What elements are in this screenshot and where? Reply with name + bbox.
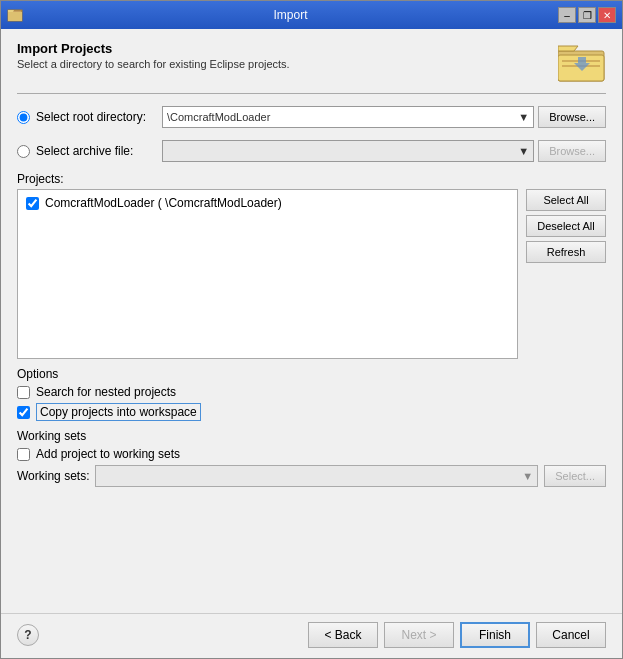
page-title: Import Projects <box>17 41 290 56</box>
combo-arrow-archive: ▼ <box>518 145 529 157</box>
list-item: ComcraftModLoader ( \ComcraftModLoader) <box>22 194 513 212</box>
add-working-set-row: Add project to working sets <box>17 447 606 461</box>
combo-arrow-root: ▼ <box>518 111 529 123</box>
projects-buttons: Select All Deselect All Refresh <box>526 189 606 359</box>
select-all-button[interactable]: Select All <box>526 189 606 211</box>
header-text: Import Projects Select a directory to se… <box>17 41 290 70</box>
working-sets-field-label: Working sets: <box>17 469 89 483</box>
refresh-button[interactable]: Refresh <box>526 241 606 263</box>
svg-marker-4 <box>558 46 578 51</box>
close-button[interactable]: ✕ <box>598 7 616 23</box>
footer: ? < Back Next > Finish Cancel <box>1 613 622 658</box>
deselect-all-button[interactable]: Deselect All <box>526 215 606 237</box>
spacer <box>17 495 606 605</box>
add-working-set-checkbox[interactable] <box>17 448 30 461</box>
main-content: Import Projects Select a directory to se… <box>1 29 622 613</box>
footer-buttons: < Back Next > Finish Cancel <box>308 622 606 648</box>
archive-file-browse-button[interactable]: Browse... <box>538 140 606 162</box>
back-button[interactable]: < Back <box>308 622 378 648</box>
window-title: Import <box>23 8 558 22</box>
project-name: ComcraftModLoader ( \ComcraftModLoader) <box>45 196 282 210</box>
page-subtitle: Select a directory to search for existin… <box>17 58 290 70</box>
root-directory-combo[interactable]: \ComcraftModLoader ▼ <box>162 106 534 128</box>
finish-button[interactable]: Finish <box>460 622 530 648</box>
working-sets-row: Working sets: ▼ Select... <box>17 465 606 487</box>
titlebar-controls: – ❐ ✕ <box>558 7 616 23</box>
root-directory-combo-wrapper: \ComcraftModLoader ▼ Browse... <box>162 106 606 128</box>
restore-button[interactable]: ❐ <box>578 7 596 23</box>
projects-label: Projects: <box>17 172 606 186</box>
svg-rect-1 <box>8 12 22 21</box>
next-button[interactable]: Next > <box>384 622 454 648</box>
archive-file-radio[interactable] <box>17 145 30 158</box>
working-sets-select-button[interactable]: Select... <box>544 465 606 487</box>
working-sets-arrow: ▼ <box>522 470 533 482</box>
archive-file-row: Select archive file: ▼ Browse... <box>17 140 606 162</box>
add-working-set-label: Add project to working sets <box>36 447 180 461</box>
projects-list[interactable]: ComcraftModLoader ( \ComcraftModLoader) <box>17 189 518 359</box>
search-nested-label: Search for nested projects <box>36 385 176 399</box>
copy-projects-checkbox[interactable] <box>17 406 30 419</box>
working-sets-title: Working sets <box>17 429 606 443</box>
root-directory-radio[interactable] <box>17 111 30 124</box>
options-section: Options Search for nested projects Copy … <box>17 367 606 421</box>
folder-icon <box>558 41 606 83</box>
search-nested-row: Search for nested projects <box>17 385 606 399</box>
search-nested-checkbox[interactable] <box>17 386 30 399</box>
titlebar: Import – ❐ ✕ <box>1 1 622 29</box>
help-button[interactable]: ? <box>17 624 39 646</box>
projects-section: Projects: ComcraftModLoader ( \ComcraftM… <box>17 172 606 359</box>
working-sets-combo[interactable]: ▼ <box>95 465 538 487</box>
working-sets-section: Working sets Add project to working sets… <box>17 429 606 487</box>
cancel-button[interactable]: Cancel <box>536 622 606 648</box>
archive-file-combo[interactable]: ▼ <box>162 140 534 162</box>
minimize-button[interactable]: – <box>558 7 576 23</box>
root-directory-browse-button[interactable]: Browse... <box>538 106 606 128</box>
header-divider <box>17 93 606 94</box>
copy-projects-label: Copy projects into workspace <box>36 403 201 421</box>
import-dialog: Import – ❐ ✕ Import Projects Select a di… <box>0 0 623 659</box>
options-title: Options <box>17 367 606 381</box>
archive-file-label: Select archive file: <box>36 144 156 158</box>
projects-area: ComcraftModLoader ( \ComcraftModLoader) … <box>17 189 606 359</box>
svg-marker-2 <box>8 10 14 12</box>
titlebar-icon <box>7 7 23 23</box>
project-checkbox[interactable] <box>26 197 39 210</box>
copy-projects-row: Copy projects into workspace <box>17 403 606 421</box>
archive-file-combo-wrapper: ▼ Browse... <box>162 140 606 162</box>
root-directory-label: Select root directory: <box>36 110 156 124</box>
root-directory-row: Select root directory: \ComcraftModLoade… <box>17 106 606 128</box>
header-section: Import Projects Select a directory to se… <box>17 41 606 83</box>
